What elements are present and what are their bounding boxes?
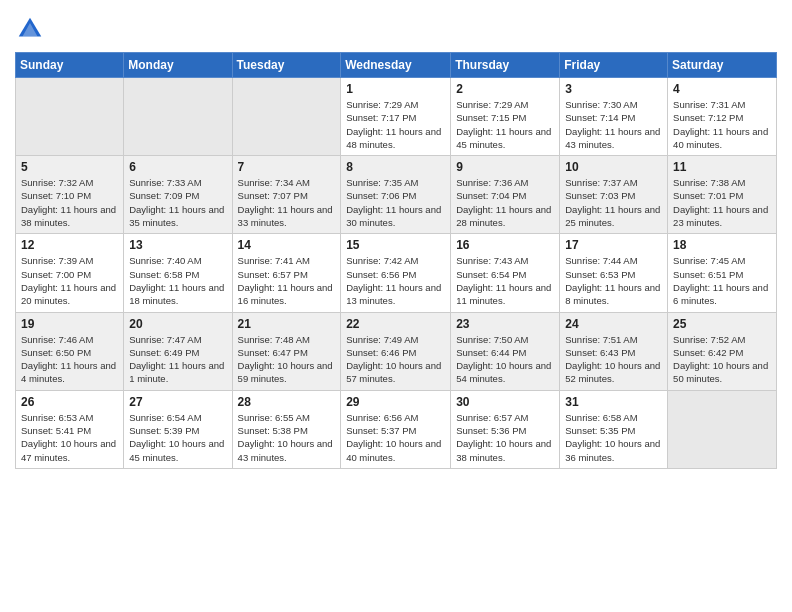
day-number: 12: [21, 238, 118, 252]
day-number: 9: [456, 160, 554, 174]
daylight-text: Daylight: 10 hours and 40 minutes.: [346, 438, 441, 462]
sunset-text: Sunset: 6:54 PM: [456, 269, 526, 280]
day-info: Sunrise: 6:54 AMSunset: 5:39 PMDaylight:…: [129, 411, 226, 464]
sunrise-text: Sunrise: 7:29 AM: [456, 99, 528, 110]
daylight-text: Daylight: 11 hours and 1 minute.: [129, 360, 224, 384]
sunrise-text: Sunrise: 7:31 AM: [673, 99, 745, 110]
day-number: 16: [456, 238, 554, 252]
day-number: 7: [238, 160, 336, 174]
day-info: Sunrise: 6:57 AMSunset: 5:36 PMDaylight:…: [456, 411, 554, 464]
weekday-header: Friday: [560, 53, 668, 78]
sunrise-text: Sunrise: 7:33 AM: [129, 177, 201, 188]
sunrise-text: Sunrise: 7:35 AM: [346, 177, 418, 188]
daylight-text: Daylight: 11 hours and 18 minutes.: [129, 282, 224, 306]
sunset-text: Sunset: 6:43 PM: [565, 347, 635, 358]
sunset-text: Sunset: 6:46 PM: [346, 347, 416, 358]
day-number: 15: [346, 238, 445, 252]
day-number: 13: [129, 238, 226, 252]
calendar-cell: 4Sunrise: 7:31 AMSunset: 7:12 PMDaylight…: [668, 78, 777, 156]
daylight-text: Daylight: 11 hours and 6 minutes.: [673, 282, 768, 306]
sunset-text: Sunset: 7:09 PM: [129, 190, 199, 201]
sunset-text: Sunset: 5:39 PM: [129, 425, 199, 436]
sunset-text: Sunset: 7:06 PM: [346, 190, 416, 201]
day-number: 25: [673, 317, 771, 331]
sunset-text: Sunset: 7:07 PM: [238, 190, 308, 201]
weekday-header: Wednesday: [341, 53, 451, 78]
daylight-text: Daylight: 10 hours and 47 minutes.: [21, 438, 116, 462]
calendar-cell: 9Sunrise: 7:36 AMSunset: 7:04 PMDaylight…: [451, 156, 560, 234]
sunrise-text: Sunrise: 7:29 AM: [346, 99, 418, 110]
daylight-text: Daylight: 11 hours and 45 minutes.: [456, 126, 551, 150]
day-info: Sunrise: 6:58 AMSunset: 5:35 PMDaylight:…: [565, 411, 662, 464]
day-info: Sunrise: 7:52 AMSunset: 6:42 PMDaylight:…: [673, 333, 771, 386]
day-info: Sunrise: 7:45 AMSunset: 6:51 PMDaylight:…: [673, 254, 771, 307]
day-info: Sunrise: 7:34 AMSunset: 7:07 PMDaylight:…: [238, 176, 336, 229]
calendar-cell: 21Sunrise: 7:48 AMSunset: 6:47 PMDayligh…: [232, 312, 341, 390]
sunset-text: Sunset: 5:41 PM: [21, 425, 91, 436]
calendar-cell: 5Sunrise: 7:32 AMSunset: 7:10 PMDaylight…: [16, 156, 124, 234]
calendar-week-row: 12Sunrise: 7:39 AMSunset: 7:00 PMDayligh…: [16, 234, 777, 312]
calendar-cell: 2Sunrise: 7:29 AMSunset: 7:15 PMDaylight…: [451, 78, 560, 156]
day-info: Sunrise: 6:55 AMSunset: 5:38 PMDaylight:…: [238, 411, 336, 464]
calendar-cell: 1Sunrise: 7:29 AMSunset: 7:17 PMDaylight…: [341, 78, 451, 156]
sunset-text: Sunset: 7:14 PM: [565, 112, 635, 123]
sunset-text: Sunset: 6:56 PM: [346, 269, 416, 280]
day-info: Sunrise: 7:51 AMSunset: 6:43 PMDaylight:…: [565, 333, 662, 386]
day-info: Sunrise: 6:53 AMSunset: 5:41 PMDaylight:…: [21, 411, 118, 464]
daylight-text: Daylight: 10 hours and 36 minutes.: [565, 438, 660, 462]
sunset-text: Sunset: 6:49 PM: [129, 347, 199, 358]
sunrise-text: Sunrise: 7:47 AM: [129, 334, 201, 345]
sunrise-text: Sunrise: 7:36 AM: [456, 177, 528, 188]
calendar-cell: 29Sunrise: 6:56 AMSunset: 5:37 PMDayligh…: [341, 390, 451, 468]
calendar-cell: 11Sunrise: 7:38 AMSunset: 7:01 PMDayligh…: [668, 156, 777, 234]
day-info: Sunrise: 7:48 AMSunset: 6:47 PMDaylight:…: [238, 333, 336, 386]
calendar-cell: 25Sunrise: 7:52 AMSunset: 6:42 PMDayligh…: [668, 312, 777, 390]
daylight-text: Daylight: 10 hours and 38 minutes.: [456, 438, 551, 462]
sunrise-text: Sunrise: 7:41 AM: [238, 255, 310, 266]
calendar-cell: 12Sunrise: 7:39 AMSunset: 7:00 PMDayligh…: [16, 234, 124, 312]
sunset-text: Sunset: 7:15 PM: [456, 112, 526, 123]
sunset-text: Sunset: 6:51 PM: [673, 269, 743, 280]
sunset-text: Sunset: 7:04 PM: [456, 190, 526, 201]
daylight-text: Daylight: 11 hours and 25 minutes.: [565, 204, 660, 228]
calendar-cell: 28Sunrise: 6:55 AMSunset: 5:38 PMDayligh…: [232, 390, 341, 468]
day-number: 30: [456, 395, 554, 409]
calendar-cell: 27Sunrise: 6:54 AMSunset: 5:39 PMDayligh…: [124, 390, 232, 468]
day-number: 31: [565, 395, 662, 409]
day-info: Sunrise: 7:43 AMSunset: 6:54 PMDaylight:…: [456, 254, 554, 307]
sunrise-text: Sunrise: 6:54 AM: [129, 412, 201, 423]
calendar-week-row: 19Sunrise: 7:46 AMSunset: 6:50 PMDayligh…: [16, 312, 777, 390]
sunset-text: Sunset: 7:01 PM: [673, 190, 743, 201]
daylight-text: Daylight: 11 hours and 11 minutes.: [456, 282, 551, 306]
daylight-text: Daylight: 10 hours and 54 minutes.: [456, 360, 551, 384]
day-number: 29: [346, 395, 445, 409]
calendar-cell: 13Sunrise: 7:40 AMSunset: 6:58 PMDayligh…: [124, 234, 232, 312]
day-info: Sunrise: 7:36 AMSunset: 7:04 PMDaylight:…: [456, 176, 554, 229]
sunrise-text: Sunrise: 7:45 AM: [673, 255, 745, 266]
daylight-text: Daylight: 10 hours and 52 minutes.: [565, 360, 660, 384]
daylight-text: Daylight: 11 hours and 16 minutes.: [238, 282, 333, 306]
daylight-text: Daylight: 10 hours and 57 minutes.: [346, 360, 441, 384]
sunset-text: Sunset: 7:10 PM: [21, 190, 91, 201]
day-number: 20: [129, 317, 226, 331]
sunrise-text: Sunrise: 7:48 AM: [238, 334, 310, 345]
sunrise-text: Sunrise: 6:58 AM: [565, 412, 637, 423]
calendar-cell: [668, 390, 777, 468]
day-info: Sunrise: 6:56 AMSunset: 5:37 PMDaylight:…: [346, 411, 445, 464]
day-info: Sunrise: 7:37 AMSunset: 7:03 PMDaylight:…: [565, 176, 662, 229]
calendar-cell: 23Sunrise: 7:50 AMSunset: 6:44 PMDayligh…: [451, 312, 560, 390]
page: SundayMondayTuesdayWednesdayThursdayFrid…: [0, 0, 792, 612]
day-info: Sunrise: 7:38 AMSunset: 7:01 PMDaylight:…: [673, 176, 771, 229]
day-info: Sunrise: 7:41 AMSunset: 6:57 PMDaylight:…: [238, 254, 336, 307]
sunrise-text: Sunrise: 7:49 AM: [346, 334, 418, 345]
day-info: Sunrise: 7:32 AMSunset: 7:10 PMDaylight:…: [21, 176, 118, 229]
day-info: Sunrise: 7:42 AMSunset: 6:56 PMDaylight:…: [346, 254, 445, 307]
sunrise-text: Sunrise: 7:50 AM: [456, 334, 528, 345]
daylight-text: Daylight: 10 hours and 50 minutes.: [673, 360, 768, 384]
sunset-text: Sunset: 6:58 PM: [129, 269, 199, 280]
header: [15, 10, 777, 44]
sunrise-text: Sunrise: 7:51 AM: [565, 334, 637, 345]
sunset-text: Sunset: 6:44 PM: [456, 347, 526, 358]
calendar-week-row: 5Sunrise: 7:32 AMSunset: 7:10 PMDaylight…: [16, 156, 777, 234]
weekday-header: Sunday: [16, 53, 124, 78]
